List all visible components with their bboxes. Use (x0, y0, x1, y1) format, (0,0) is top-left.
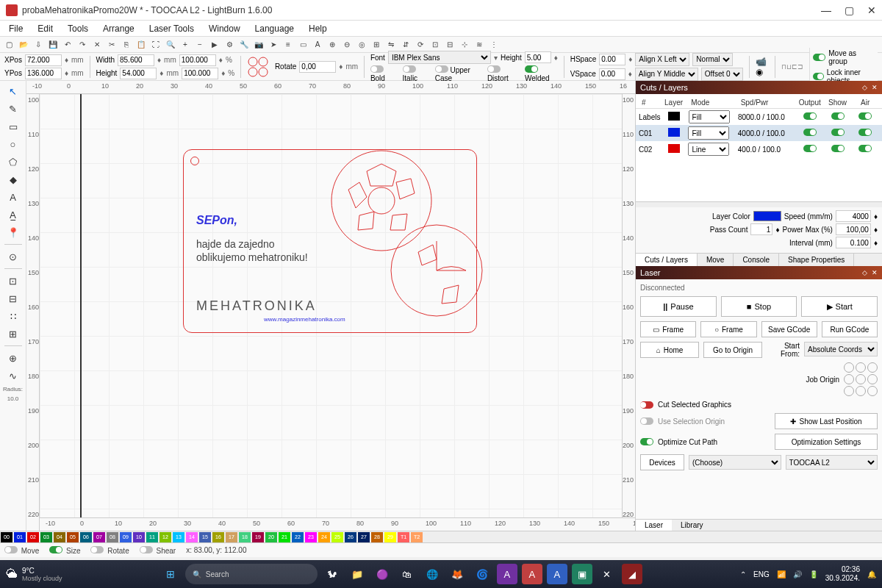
taskbar-app-2[interactable]: A (497, 564, 517, 584)
hspace-input[interactable] (599, 54, 625, 65)
palette-swatch[interactable]: 09 (120, 532, 132, 542)
palette-swatch[interactable]: 04 (54, 532, 65, 542)
scrollbar-h[interactable] (636, 201, 882, 207)
interval-input[interactable] (836, 237, 871, 248)
palette-swatch[interactable]: 26 (345, 532, 356, 542)
tray-clock[interactable]: 02:3630.9.2024. (825, 565, 860, 583)
redo-icon[interactable]: ↷ (76, 39, 88, 51)
italic-toggle[interactable] (403, 65, 416, 73)
cuts-row[interactable]: LabelsFill8000.0 / 100.0 (636, 109, 882, 125)
palette-swatch[interactable]: 18 (239, 532, 251, 542)
palette-swatch[interactable]: 01 (14, 532, 26, 542)
radial-tool[interactable]: ⊕ (6, 351, 21, 365)
menu-file[interactable]: File (3, 22, 29, 35)
palette-swatch[interactable]: 00 (1, 532, 12, 542)
grid-icon[interactable]: ⊹ (459, 39, 470, 51)
save-gcode-button[interactable]: Save GCode (761, 321, 817, 337)
status-rotate-toggle[interactable] (90, 546, 104, 553)
palette-swatch[interactable]: 20 (265, 532, 277, 542)
aligny-select[interactable]: Align Y Middle (635, 68, 698, 81)
menu-laser-tools[interactable]: Laser Tools (143, 22, 200, 35)
optimize-path-toggle[interactable] (640, 438, 653, 445)
zoom-sel-icon[interactable]: 🔍 (165, 39, 176, 51)
uppercase-toggle[interactable] (435, 65, 448, 73)
menu-help[interactable]: Help (303, 22, 333, 35)
palette-swatch[interactable]: 16 (212, 532, 224, 542)
panel-close-icon[interactable]: ✕ (872, 84, 878, 91)
taskbar-app-4[interactable]: A (547, 564, 567, 584)
move-group-toggle[interactable] (813, 54, 825, 61)
ungroup-icon[interactable]: ⊟ (444, 39, 456, 51)
taskbar-app-6[interactable]: ✕ (597, 564, 617, 584)
taskbar-store[interactable]: 🛍 (397, 564, 417, 584)
startfrom-select[interactable]: Absolute Coords (804, 342, 878, 356)
bold-toggle[interactable] (370, 65, 384, 73)
palette-swatch[interactable]: 14 (186, 532, 198, 542)
taskbar-edge[interactable]: 🌀 (472, 564, 492, 584)
distribute-icon[interactable]: ≡ (282, 39, 294, 51)
menu-arrange[interactable]: Arrange (97, 22, 140, 35)
palette-swatch[interactable]: 12 (159, 532, 171, 542)
tray-chevron-icon[interactable]: ⌃ (740, 570, 746, 578)
palette-swatch[interactable]: 11 (146, 532, 158, 542)
panel-pin-icon[interactable]: ◇ (862, 84, 867, 91)
tray-lang[interactable]: ENG (753, 570, 770, 578)
camera-control-icon[interactable]: 📹◉ (756, 57, 770, 77)
align-group-icon[interactable]: ⊓⊔⊏⊐ (781, 63, 803, 71)
cut-selected-toggle[interactable] (640, 401, 653, 409)
start-button-taskbar[interactable]: ⊞ (160, 564, 181, 584)
palette-swatch[interactable]: T2 (411, 532, 423, 542)
misc1-icon[interactable]: ≋ (473, 39, 485, 51)
menu-window[interactable]: Window (203, 22, 246, 35)
palette-swatch[interactable]: 08 (107, 532, 118, 542)
pass-input[interactable] (750, 223, 772, 235)
distort-toggle[interactable] (487, 65, 501, 73)
palette-swatch[interactable]: 15 (199, 532, 211, 542)
taskbar-weather[interactable]: 🌥 9°CMostly cloudy (6, 567, 62, 582)
lock-aspect-icon[interactable] (247, 56, 269, 78)
group-icon[interactable]: ⊡ (429, 39, 441, 51)
device-icon[interactable]: 🔧 (238, 39, 250, 51)
devices-button[interactable]: Devices (640, 454, 684, 470)
job-origin-grid[interactable] (844, 362, 878, 396)
zoom-in-icon[interactable]: + (179, 39, 191, 51)
use-sel-origin-toggle[interactable] (640, 417, 653, 425)
palette-swatch[interactable]: 24 (318, 532, 330, 542)
tab-move[interactable]: Move (698, 254, 734, 266)
frame-rect-button[interactable]: ▭Frame (640, 321, 696, 337)
offset-select[interactable]: Offset 0 (701, 68, 743, 81)
menu-language[interactable]: Language (249, 22, 300, 35)
tab-shape-props[interactable]: Shape Properties (779, 254, 854, 266)
palette-swatch[interactable]: 25 (331, 532, 343, 542)
taskbar-copilot[interactable]: 🟣 (372, 564, 392, 584)
maximize-button[interactable]: ▢ (845, 4, 854, 16)
send-icon[interactable]: ➤ (268, 39, 279, 51)
canvas[interactable]: SEPon, hajde da zajednooblikujemo mehatr… (40, 94, 635, 517)
palette-swatch[interactable]: 13 (173, 532, 184, 542)
camera-icon[interactable]: 📷 (253, 39, 265, 51)
ellipse-tool[interactable]: ○ (6, 137, 21, 151)
measure-tool[interactable]: ⊙ (6, 249, 21, 264)
palette-swatch[interactable]: 05 (67, 532, 79, 542)
settings-icon[interactable]: ⚙ (223, 39, 235, 51)
palette-swatch[interactable]: 29 (384, 532, 396, 542)
normal-select[interactable]: Normal (692, 53, 733, 66)
marker-tool[interactable]: 📍 (6, 225, 21, 240)
palette-swatch[interactable]: 22 (292, 532, 304, 542)
palette-swatch[interactable]: 06 (80, 532, 92, 542)
select-tool[interactable]: ↖ (6, 84, 21, 98)
rect-tool[interactable]: ▭ (6, 119, 21, 134)
minimize-button[interactable]: — (821, 4, 831, 16)
align-icon[interactable]: ▭ (297, 39, 309, 51)
width-input[interactable] (118, 54, 154, 66)
boolean-subtract-tool[interactable]: ⊟ (6, 291, 21, 306)
tray-battery-icon[interactable]: 🔋 (809, 570, 818, 578)
text-icon[interactable]: A (312, 39, 323, 51)
undo-icon[interactable]: ↶ (62, 39, 74, 51)
polygon-tool[interactable]: ⬠ (6, 154, 21, 169)
tab-library[interactable]: Library (672, 520, 712, 531)
taskbar-lightburn[interactable]: ◢ (622, 564, 642, 584)
cut-icon[interactable]: ✂ (106, 39, 118, 51)
import-icon[interactable]: ⇩ (32, 39, 44, 51)
palette-swatch[interactable]: T1 (398, 532, 409, 542)
